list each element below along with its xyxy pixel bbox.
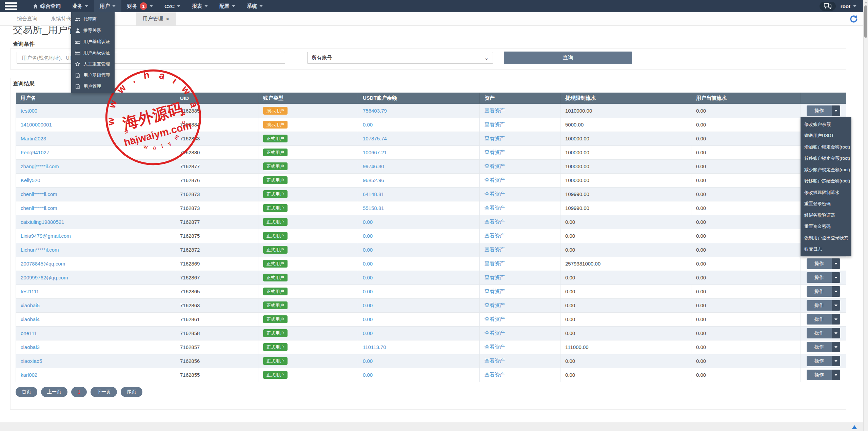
- nav-item-C2C[interactable]: C2C: [159, 0, 186, 12]
- username-link[interactable]: 14100000001: [21, 122, 52, 128]
- view-assets-link[interactable]: 查看资产: [485, 316, 505, 322]
- view-assets-link[interactable]: 查看资产: [485, 135, 505, 141]
- action-menu-item-赠送用户USDT[interactable]: 赠送用户USDT: [801, 130, 851, 142]
- username-link[interactable]: one111: [21, 330, 37, 336]
- actions-button-label[interactable]: 操作: [807, 342, 832, 352]
- action-menu-item-转移账户冻结金额(root)[interactable]: 转移账户冻结金额(root): [801, 176, 851, 187]
- usdt-balance-link[interactable]: 0.00: [363, 289, 373, 294]
- vertical-scrollbar[interactable]: [863, 0, 868, 431]
- menu-item-用户基础认证[interactable]: 用户基础认证: [71, 36, 115, 47]
- view-assets-link[interactable]: 查看资产: [485, 205, 505, 211]
- chevron-down-icon[interactable]: [832, 258, 840, 269]
- usdt-balance-link[interactable]: 0.00: [363, 122, 373, 128]
- view-assets-link[interactable]: 查看资产: [485, 219, 505, 224]
- view-assets-link[interactable]: 查看资产: [485, 260, 505, 266]
- view-assets-link[interactable]: 查看资产: [485, 302, 505, 308]
- row-actions-button[interactable]: 操作: [807, 314, 840, 325]
- back-to-top-icon[interactable]: [852, 425, 857, 429]
- usdt-balance-link[interactable]: 0.00: [363, 358, 373, 364]
- usdt-balance-link[interactable]: 756403.79: [363, 108, 387, 114]
- action-menu-item-解绑谷歌验证器[interactable]: 解绑谷歌验证器: [801, 210, 851, 221]
- view-assets-link[interactable]: 查看资产: [485, 330, 505, 336]
- row-actions-button[interactable]: 操作: [807, 370, 840, 380]
- menu-item-人工重置管理[interactable]: 人工重置管理: [71, 58, 115, 70]
- username-link[interactable]: xiaobai4: [21, 316, 40, 322]
- usdt-balance-link[interactable]: 96852.96: [363, 177, 384, 183]
- scroll-up-arrow-icon[interactable]: [865, 1, 867, 3]
- actions-button-label[interactable]: 操作: [807, 370, 832, 380]
- action-menu-item-修改账户余额[interactable]: 修改账户余额: [801, 119, 851, 130]
- chevron-down-icon[interactable]: [832, 286, 840, 297]
- row-actions-button[interactable]: 操作: [807, 300, 840, 311]
- view-assets-link[interactable]: 查看资产: [485, 372, 505, 377]
- usdt-balance-link[interactable]: 0.00: [363, 247, 373, 253]
- action-menu-item-转移账户锁定金额(root)[interactable]: 转移账户锁定金额(root): [801, 153, 851, 164]
- action-menu-item-重置资金密码[interactable]: 重置资金密码: [801, 221, 851, 233]
- view-assets-link[interactable]: 查看资产: [485, 274, 505, 280]
- actions-button-label[interactable]: 操作: [807, 272, 832, 283]
- view-assets-link[interactable]: 查看资产: [485, 358, 505, 364]
- nav-item-用户[interactable]: 用户: [94, 0, 121, 12]
- username-link[interactable]: Feng941027: [21, 150, 49, 155]
- page-button-尾页[interactable]: 尾页: [121, 387, 142, 397]
- view-assets-link[interactable]: 查看资产: [485, 163, 505, 169]
- query-button[interactable]: 查询: [504, 52, 632, 64]
- usdt-balance-link[interactable]: 100667.21: [363, 150, 387, 155]
- row-actions-button[interactable]: 操作: [807, 272, 840, 283]
- nav-item-报表[interactable]: 报表: [186, 0, 214, 12]
- action-menu-item-修改提现限制流水[interactable]: 修改提现限制流水: [801, 187, 851, 198]
- row-actions-button[interactable]: 操作: [807, 286, 840, 297]
- view-assets-link[interactable]: 查看资产: [485, 149, 505, 155]
- tab-用户管理[interactable]: 用户管理×: [136, 12, 176, 25]
- nav-item-系统[interactable]: 系统: [241, 0, 269, 12]
- chevron-down-icon[interactable]: [832, 300, 840, 311]
- usdt-balance-link[interactable]: 0.00: [363, 275, 373, 280]
- tab-close-icon[interactable]: ×: [166, 16, 169, 22]
- usdt-balance-link[interactable]: 0.00: [363, 219, 373, 225]
- usdt-balance-link[interactable]: 0.00: [363, 261, 373, 267]
- view-assets-link[interactable]: 查看资产: [485, 191, 505, 197]
- username-link[interactable]: Lixia9479@gmail.com: [21, 233, 71, 239]
- nav-item-综合查询[interactable]: 综合查询: [27, 0, 66, 12]
- page-button-上一页[interactable]: 上一页: [41, 387, 67, 397]
- username-link[interactable]: chenli*****il.com: [21, 191, 57, 197]
- row-actions-button[interactable]: 操作: [807, 356, 840, 366]
- chevron-down-icon[interactable]: [832, 272, 840, 283]
- nav-item-业务[interactable]: 业务: [66, 0, 94, 12]
- chevron-down-icon[interactable]: [832, 370, 840, 380]
- actions-button-label[interactable]: 操作: [807, 356, 832, 366]
- menu-item-用户管理[interactable]: 用户管理: [71, 81, 115, 92]
- menu-item-用户基础管理[interactable]: 用户基础管理: [71, 70, 115, 81]
- username-link[interactable]: chenli*****il.com: [21, 205, 57, 211]
- username-link[interactable]: zhangj*****il.com: [21, 163, 59, 169]
- row-actions-button[interactable]: 操作: [807, 328, 840, 338]
- chat-icon[interactable]: [820, 2, 836, 11]
- actions-button-label[interactable]: 操作: [807, 300, 832, 311]
- chevron-down-icon[interactable]: [832, 105, 840, 116]
- action-menu-item-增加账户锁定金额(root)[interactable]: 增加账户锁定金额(root): [801, 141, 851, 153]
- username-link[interactable]: xiaobai5: [21, 302, 40, 308]
- user-account-menu[interactable]: root: [841, 3, 856, 9]
- menu-item-推荐关系[interactable]: 推荐关系: [71, 25, 115, 36]
- usdt-balance-link[interactable]: 0.00: [363, 372, 373, 378]
- username-link[interactable]: xiaoxiao5: [21, 358, 42, 364]
- username-link[interactable]: 20078845@qq.com: [21, 261, 65, 267]
- action-menu-item-账变日志[interactable]: 账变日志: [801, 244, 851, 255]
- nav-item-配置[interactable]: 配置: [214, 0, 241, 12]
- username-link[interactable]: test1111: [21, 289, 39, 294]
- username-link[interactable]: Kelly520: [21, 177, 40, 183]
- username-link[interactable]: caixiuling19880521: [21, 219, 64, 225]
- page-current[interactable]: 1: [71, 387, 87, 397]
- actions-button-label[interactable]: 操作: [807, 286, 832, 297]
- view-assets-link[interactable]: 查看资产: [485, 233, 505, 238]
- view-assets-link[interactable]: 查看资产: [485, 344, 505, 350]
- refresh-icon[interactable]: [849, 14, 859, 24]
- chevron-down-icon[interactable]: [832, 328, 840, 338]
- search-input[interactable]: [17, 52, 285, 64]
- actions-button-label[interactable]: 操作: [807, 314, 832, 325]
- nav-item-财务[interactable]: 财务1: [121, 0, 159, 12]
- page-button-首页[interactable]: 首页: [16, 387, 37, 397]
- menu-item-代理商[interactable]: 代理商: [71, 14, 115, 25]
- view-assets-link[interactable]: 查看资产: [485, 177, 505, 183]
- account-type-select[interactable]: 所有账号 ⌄: [307, 52, 493, 64]
